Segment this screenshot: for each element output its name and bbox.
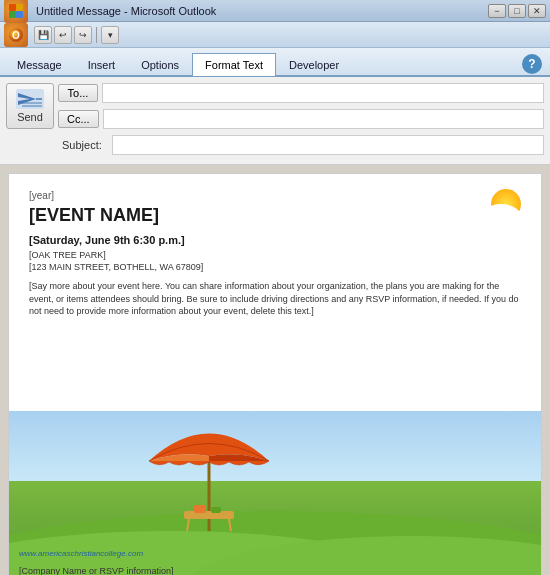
svg-rect-25 <box>211 507 221 513</box>
tab-options[interactable]: Options <box>128 53 192 76</box>
office-logo[interactable] <box>4 0 28 23</box>
svg-rect-24 <box>194 505 206 513</box>
svg-text:O: O <box>12 30 20 41</box>
svg-rect-21 <box>184 511 234 519</box>
company-info: [Company Name or RSVP information] <box>19 566 173 575</box>
send-label: Send <box>17 111 43 123</box>
save-quick-button[interactable]: 💾 <box>34 26 52 44</box>
title-bar-controls: − □ ✕ <box>488 4 546 18</box>
scene-illustration: www.americaschristiancollege.com [Compan… <box>9 411 541 575</box>
svg-rect-1 <box>16 4 23 11</box>
maximize-button[interactable]: □ <box>508 4 526 18</box>
sky-area <box>411 184 531 264</box>
svg-rect-3 <box>16 11 23 18</box>
svg-line-23 <box>229 519 231 531</box>
email-fields: To... Cc... Subject: <box>58 83 544 158</box>
cc-button[interactable]: Cc... <box>58 110 99 128</box>
template-description: [Say more about your event here. You can… <box>29 280 521 318</box>
svg-line-22 <box>187 519 189 531</box>
website-text: www.americaschristiancollege.com <box>19 549 143 558</box>
umbrella-svg <box>139 416 279 536</box>
template-container: [year] [EVENT NAME] [Saturday, June 9th … <box>9 174 541 575</box>
svg-rect-2 <box>9 11 16 18</box>
help-button[interactable]: ? <box>522 54 542 74</box>
close-button[interactable]: ✕ <box>528 4 546 18</box>
office-button[interactable]: O <box>4 23 28 47</box>
title-bar: Untitled Message - Microsoft Outlook − □… <box>0 0 550 22</box>
email-body: [year] [EVENT NAME] [Saturday, June 9th … <box>8 173 542 575</box>
toolbar-separator <box>96 27 97 43</box>
tab-message[interactable]: Message <box>4 53 75 76</box>
subject-row: Subject: <box>58 135 544 155</box>
send-button[interactable]: Send <box>6 83 54 129</box>
tab-insert[interactable]: Insert <box>75 53 129 76</box>
email-form: Send To... Cc... Subject: <box>0 77 550 165</box>
title-bar-title: Untitled Message - Microsoft Outlook <box>36 5 216 17</box>
tab-developer[interactable]: Developer <box>276 53 352 76</box>
ribbon: Message Insert Options Format Text Devel… <box>0 48 550 77</box>
content-area: [year] [EVENT NAME] [Saturday, June 9th … <box>0 165 550 575</box>
subject-input[interactable] <box>112 135 544 155</box>
minimize-button[interactable]: − <box>488 4 506 18</box>
svg-rect-0 <box>9 4 16 11</box>
cloud2-icon <box>436 226 491 254</box>
title-bar-left: Untitled Message - Microsoft Outlook <box>4 0 216 23</box>
send-fields-row: Send To... Cc... Subject: <box>6 83 544 158</box>
redo-button[interactable]: ↪ <box>74 26 92 44</box>
to-input[interactable] <box>102 83 544 103</box>
to-row: To... <box>58 83 544 103</box>
subject-label: Subject: <box>58 137 108 153</box>
to-button[interactable]: To... <box>58 84 98 102</box>
cc-row: Cc... <box>58 109 544 129</box>
cc-input[interactable] <box>103 109 544 129</box>
tab-format-text[interactable]: Format Text <box>192 53 276 76</box>
quick-access-toolbar: O 💾 ↩ ↪ ▾ <box>0 22 550 48</box>
ribbon-tabs: Message Insert Options Format Text Devel… <box>0 48 550 75</box>
svg-point-16 <box>458 227 490 251</box>
undo-button[interactable]: ↩ <box>54 26 72 44</box>
toolbar-dropdown[interactable]: ▾ <box>101 26 119 44</box>
